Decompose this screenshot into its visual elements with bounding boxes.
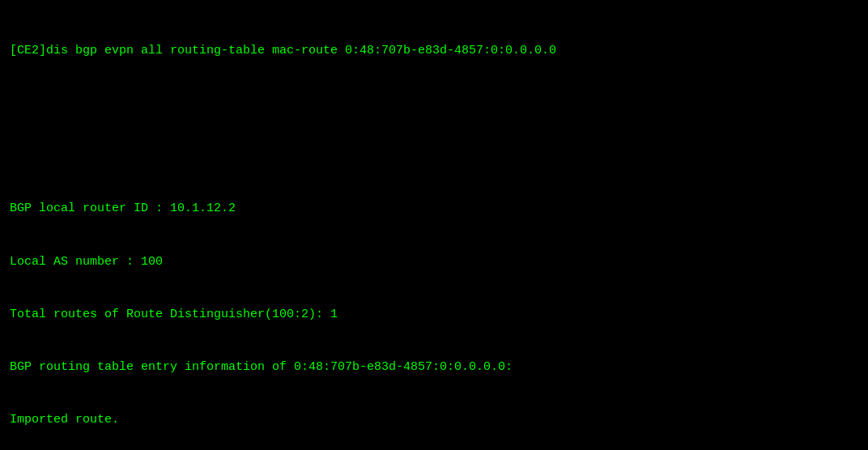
local-as-number: Local AS number : 100: [10, 253, 858, 271]
total-routes: Total routes of Route Distinguisher(100:…: [10, 306, 858, 324]
terminal-output: [CE2]dis bgp evpn all routing-table mac-…: [10, 6, 858, 450]
blank-line-1: [10, 95, 858, 112]
blank-line-2: [10, 147, 858, 165]
bgp-local-router: BGP local router ID : 10.1.12.2: [10, 200, 858, 218]
bgp-entry-info: BGP routing table entry information of 0…: [10, 359, 858, 376]
command-line: [CE2]dis bgp evpn all routing-table mac-…: [10, 42, 858, 60]
imported-route: Imported route.: [10, 411, 858, 429]
